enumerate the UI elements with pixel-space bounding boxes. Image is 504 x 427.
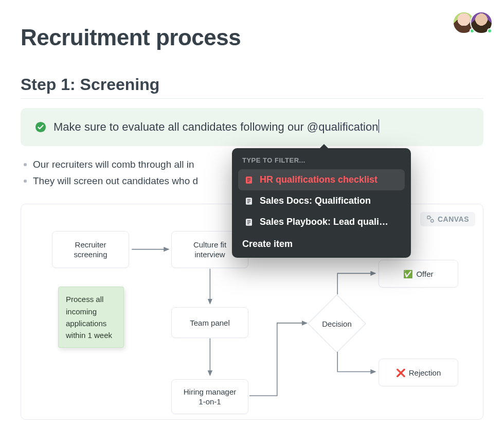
document-icon <box>244 197 254 206</box>
cross-emoji-icon: ❌ <box>396 368 406 378</box>
autocomplete-item-label: HR qualifications checklist <box>260 174 377 185</box>
flow-node-offer[interactable]: ✅ Offer <box>379 260 458 288</box>
flow-node-label: Recruiter screening <box>74 240 107 260</box>
page-title[interactable]: Recruitment process <box>21 25 483 50</box>
flow-node-team-panel[interactable]: Team panel <box>171 307 248 338</box>
svg-rect-12 <box>247 199 251 200</box>
section-title[interactable]: Step 1: Screening <box>21 75 483 94</box>
svg-rect-14 <box>247 202 250 203</box>
callout-text[interactable]: Make sure to evaluate all candidates fol… <box>53 119 379 135</box>
autocomplete-item[interactable]: HR qualifications checklist <box>238 169 405 190</box>
text-caret <box>379 119 379 133</box>
autocomplete-item[interactable]: Sales Docs: Qualification <box>238 190 405 211</box>
flow-node-hiring-manager[interactable]: Hiring manager 1-on-1 <box>171 379 248 414</box>
autocomplete-create-item[interactable]: Create item <box>238 233 405 251</box>
document-icon <box>244 218 254 227</box>
canvas-icon <box>426 215 435 223</box>
autocomplete-header: TYPE TO FILTER... <box>238 155 405 169</box>
flow-node-rejection[interactable]: ❌ Rejection <box>379 359 458 386</box>
svg-rect-9 <box>247 180 251 180</box>
flow-node-label: Culture fit interview <box>193 240 226 260</box>
flow-node-label: Offer <box>416 269 433 279</box>
autocomplete-item-label: Sales Playbook: Lead quali… <box>260 217 388 227</box>
autocomplete-item-label: Sales Docs: Qualification <box>260 195 371 206</box>
flow-node-decision[interactable]: Decision <box>306 293 368 354</box>
flow-node-label: Decision <box>322 319 352 328</box>
svg-rect-8 <box>247 178 251 179</box>
svg-rect-1 <box>427 216 430 219</box>
svg-rect-10 <box>247 181 250 182</box>
document-icon <box>244 175 254 185</box>
callout-prefix: Make sure to evaluate all candidates fol… <box>53 120 307 133</box>
flow-node-label: Rejection <box>409 368 441 378</box>
check-emoji-icon: ✅ <box>403 269 413 279</box>
svg-rect-18 <box>247 223 250 224</box>
section-divider <box>21 98 483 99</box>
avatar[interactable] <box>470 11 493 34</box>
svg-rect-17 <box>247 222 251 222</box>
presence-dot-icon <box>487 28 492 33</box>
svg-rect-16 <box>247 220 251 221</box>
flow-node-label: Hiring manager 1-on-1 <box>184 387 237 407</box>
flow-node-recruiter-screening[interactable]: Recruiter screening <box>52 231 129 268</box>
callout-block[interactable]: Make sure to evaluate all candidates fol… <box>21 108 483 146</box>
svg-point-2 <box>431 220 434 222</box>
mention-token[interactable]: @qualification <box>307 120 379 133</box>
collaborator-avatars <box>453 11 493 34</box>
sticky-note-text: Process all incoming applications within… <box>66 295 112 340</box>
svg-rect-13 <box>247 201 251 201</box>
canvas-badge: CANVAS <box>420 212 475 226</box>
autocomplete-item[interactable]: Sales Playbook: Lead quali… <box>238 211 405 233</box>
flow-node-label: Team panel <box>190 318 230 328</box>
canvas-badge-label: CANVAS <box>438 215 469 223</box>
check-circle-icon <box>35 121 46 133</box>
sticky-note[interactable]: Process all incoming applications within… <box>58 287 124 348</box>
mention-autocomplete-popup: TYPE TO FILTER... HR qualifications chec… <box>232 148 411 258</box>
